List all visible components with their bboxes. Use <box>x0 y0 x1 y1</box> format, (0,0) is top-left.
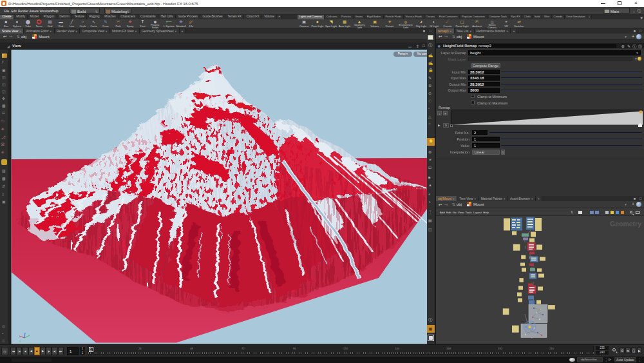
svg-text:y: y <box>19 339 21 342</box>
